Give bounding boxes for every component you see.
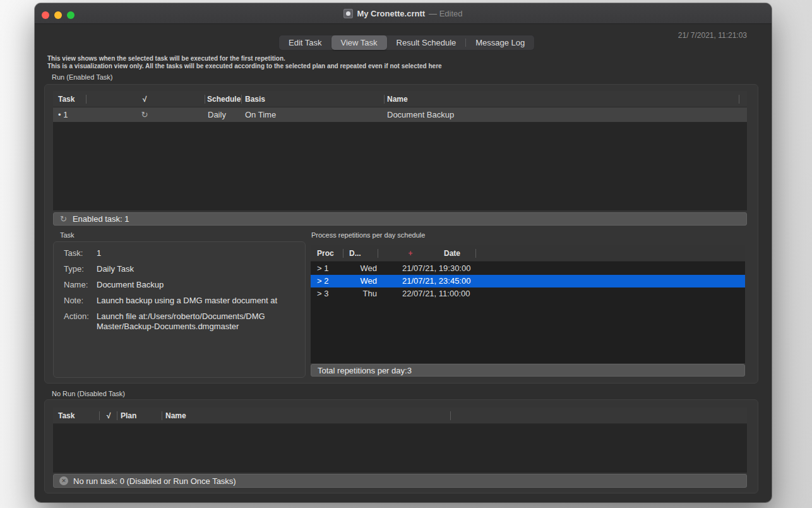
column-separator[interactable] [99,411,100,420]
column-separator[interactable] [162,411,162,420]
total-repetitions-statusbar: Total repetitions per day:3 [311,364,745,377]
repetitions-table[interactable]: Proc D... + Date > 1 Wed 21/07/21, 19:30… [311,245,745,363]
col-check[interactable]: √ [126,91,164,107]
disabled-task-table[interactable]: Task √ Plan Name [53,408,747,473]
field-label: Note: [64,296,97,306]
enabled-task-table[interactable]: Task √ Schedule Basis Name • 1 ↻ Daily O… [53,91,747,210]
column-separator[interactable] [86,95,87,104]
repeat-icon: ↻ [60,214,67,224]
column-separator[interactable] [205,95,205,104]
col-schedule[interactable]: Schedule [207,91,241,107]
col-proc[interactable]: Proc [317,245,334,262]
repeat-icon: ↻ [126,107,164,122]
intro-line-2: This is a visualization view only. All t… [47,63,442,70]
field-label: Type: [64,264,97,274]
norun-task-count: No run task: 0 (Disabled or Run Once Tas… [73,476,236,486]
col-plus[interactable]: + [391,245,429,262]
field-value: Document Backup [97,280,305,290]
col-task[interactable]: Task [58,408,75,424]
cell-schedule: Daily [208,107,226,122]
cell-day: Thu [349,287,377,300]
task-panel-label: Task [60,231,75,239]
field-label: Task: [64,248,97,258]
cell-basis: On Time [245,107,276,122]
field-name: Name: Document Backup [64,280,305,290]
column-separator[interactable] [343,249,343,258]
col-date[interactable]: Date [433,245,471,262]
tab-edit-task[interactable]: Edit Task [279,35,331,50]
table-row[interactable]: • 1 ↻ Daily On Time Document Backup [53,107,747,122]
disabled-task-table-header: Task √ Plan Name [53,408,747,424]
field-type: Type: Daily Task [64,264,305,274]
field-value: Daily Task [97,264,305,274]
field-label: Action: [64,311,97,332]
app-window: My Cronette.crntt — Edited Edit Task Vie… [35,3,772,502]
cell-day: Wed [349,275,377,287]
column-separator[interactable] [378,249,378,258]
disabled-task-statusbar: ✕ No run task: 0 (Disabled or Run Once T… [53,474,747,488]
tab-result-schedule[interactable]: Result Schedule [387,35,466,50]
total-repetitions-text: Total repetitions per day:3 [318,366,412,375]
run-section-label: Run (Enabled Task) [52,73,112,81]
col-name[interactable]: Name [165,408,186,424]
norun-section-label: No Run (Disabled Task) [52,390,125,397]
column-separator[interactable] [241,95,242,104]
cell-proc: > 1 [317,262,328,275]
current-datetime: 21/ 7/2021, 11:21:03 [641,31,747,40]
field-value: Launch file at:/Users/roberto/Documents/… [97,311,305,332]
repetitions-panel-label: Process repetitions per day schedule [311,231,425,239]
title-bar[interactable]: My Cronette.crntt — Edited [35,3,772,24]
repetitions-table-header: Proc D... + Date [311,245,745,262]
document-proxy-icon[interactable] [343,9,353,18]
view-segmented-control: Edit Task View Task Result Schedule Mess… [278,35,535,51]
cell-name: Document Backup [387,107,454,122]
task-detail-panel: Task: 1 Type: Daily Task Name: Document … [53,241,306,378]
cell-date: 22/07/21, 11:00:00 [402,287,470,300]
field-note: Note: Launch backup using a DMG master d… [64,296,305,306]
cell-task-number: • 1 [58,107,68,122]
col-plan[interactable]: Plan [121,408,136,424]
repetition-row[interactable]: > 3 Thu 22/07/21, 11:00:00 [311,287,745,300]
tab-message-log[interactable]: Message Log [466,35,534,50]
column-separator[interactable] [450,411,451,420]
repetition-row-selected[interactable]: > 2 Wed 21/07/21, 23:45:00 [311,275,745,287]
col-task[interactable]: Task [58,91,75,107]
edited-indicator: — Edited [429,9,462,18]
enabled-task-count: Enabled task: 1 [73,214,129,224]
field-label: Name: [64,280,97,290]
tab-view-task[interactable]: View Task [331,35,387,50]
column-separator[interactable] [475,249,476,258]
repetition-row[interactable]: > 1 Wed 21/07/21, 19:30:00 [311,262,745,275]
col-check[interactable]: √ [100,408,117,424]
col-basis[interactable]: Basis [245,91,265,107]
window-title: My Cronette.crntt — Edited [35,3,772,24]
col-day[interactable]: D... [349,245,361,262]
field-value: 1 [97,248,305,258]
cell-proc: > 3 [317,287,328,300]
field-task: Task: 1 [64,248,305,258]
col-name[interactable]: Name [387,91,408,107]
column-separator[interactable] [739,95,739,104]
cell-date: 21/07/21, 23:45:00 [402,275,470,287]
intro-line-1: This view shows when the selected task w… [47,55,285,62]
field-action: Action: Launch file at:/Users/roberto/Do… [64,311,305,332]
cell-proc: > 2 [317,275,328,287]
enabled-task-statusbar: ↻ Enabled task: 1 [53,212,747,226]
cell-date: 21/07/21, 19:30:00 [402,262,470,275]
document-title: My Cronette.crntt [357,9,425,18]
field-value: Launch backup using a DMG master documen… [97,296,305,306]
column-separator[interactable] [117,411,117,420]
cross-circle-icon: ✕ [59,476,68,485]
cell-day: Wed [349,262,377,275]
enabled-task-table-header: Task √ Schedule Basis Name [53,91,747,107]
column-separator[interactable] [384,95,385,104]
